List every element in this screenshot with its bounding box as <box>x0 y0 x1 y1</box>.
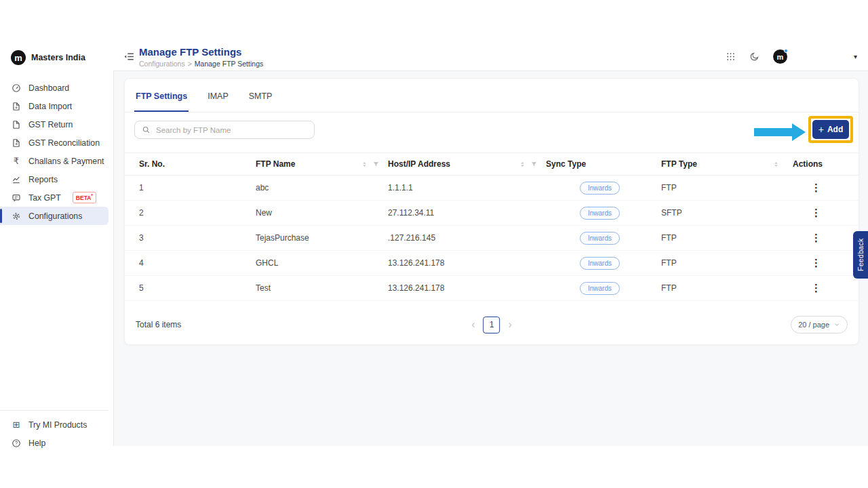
sidebar-item-reports[interactable]: Reports <box>0 170 108 188</box>
sidebar-item-gst-return[interactable]: GST Return <box>0 115 108 134</box>
sidebar-item-help[interactable]: Help <box>0 434 104 452</box>
total-items-text: Total 6 items <box>136 320 181 329</box>
annotation-arrow <box>754 123 806 141</box>
sync-type-badge: Inwards <box>580 282 620 295</box>
page-size-select[interactable]: 20 / page <box>791 316 848 333</box>
sidebar-item-try-mi-products[interactable]: ⊞Try MI Products <box>0 415 104 434</box>
sort-icon[interactable] <box>361 161 368 168</box>
filter-icon[interactable] <box>372 161 380 168</box>
current-page-button[interactable]: 1 <box>484 317 500 333</box>
tab-imap[interactable]: IMAP <box>206 80 230 111</box>
table-body: 1abc1.1.1.1InwardsFTP⋮2New27.112.34.11In… <box>125 176 859 301</box>
dark-mode-moon-icon[interactable] <box>749 52 760 62</box>
table-row: 2New27.112.34.11InwardsSFTP⋮ <box>125 201 859 226</box>
column-label: Actions <box>793 159 823 169</box>
gst-reconciliation-icon <box>11 138 22 148</box>
brand[interactable]: m Masters India <box>0 42 113 79</box>
apps-grid-icon[interactable] <box>726 52 736 62</box>
sidebar-nav: DashboardData ImportGST ReturnGST Reconc… <box>0 79 113 225</box>
tabs-bar: FTP SettingsIMAPSMTP <box>125 79 859 113</box>
row-actions-kebab-icon[interactable]: ⋮ <box>811 282 821 293</box>
main-content: FTP SettingsIMAPSMTP + Add Sr. No.FTP Na… <box>113 71 868 446</box>
row-actions-kebab-icon[interactable]: ⋮ <box>811 207 821 218</box>
column-label: Sync Type <box>546 159 586 169</box>
column-header-sr-no: Sr. No. <box>139 159 256 169</box>
breadcrumb-separator: > <box>188 60 192 68</box>
gear-icon <box>11 211 22 222</box>
sort-icon[interactable] <box>772 161 780 168</box>
sidebar-item-configurations[interactable]: Configurations <box>0 207 108 225</box>
sidebar: m Masters India DashboardData ImportGST … <box>0 42 113 447</box>
tab-smtp[interactable]: SMTP <box>248 80 274 111</box>
cell-actions: ⋮ <box>788 207 859 219</box>
column-header-ftp-name: FTP Name <box>256 159 388 169</box>
sidebar-item-label: Data Import <box>28 102 72 111</box>
sidebar-item-label: Try MI Products <box>28 420 87 430</box>
sidebar-item-dashboard[interactable]: Dashboard <box>0 79 108 97</box>
rupee-icon: ₹ <box>11 156 22 167</box>
sidebar-collapse-icon[interactable] <box>123 51 136 63</box>
grid-plus-icon: ⊞ <box>11 420 22 430</box>
sidebar-item-challans-payment[interactable]: ₹Challans & Payment <box>0 152 108 170</box>
user-avatar[interactable]: m <box>773 49 787 64</box>
user-menu-caret-icon[interactable]: ▾ <box>854 53 857 60</box>
cell-ftp-name: GHCL <box>256 258 388 268</box>
feedback-tab[interactable]: Feedback <box>853 231 868 279</box>
column-header-icons <box>772 161 788 168</box>
sync-type-badge: Inwards <box>580 232 620 245</box>
sidebar-item-label: Configurations <box>28 211 82 221</box>
add-button[interactable]: + Add <box>812 120 849 139</box>
cell-ftp-name: abc <box>256 183 388 192</box>
tab-ftp-settings[interactable]: FTP Settings <box>134 80 189 111</box>
prev-page-button[interactable]: ‹ <box>471 319 475 330</box>
data-import-icon <box>11 101 22 112</box>
gst-return-icon <box>11 119 22 130</box>
column-header-ftp-type: FTP Type <box>661 159 788 169</box>
sidebar-item-data-import[interactable]: Data Import <box>0 97 108 115</box>
brand-name: Masters India <box>31 53 85 62</box>
header-actions: m ▾ <box>726 42 857 71</box>
dashboard-icon <box>11 83 22 94</box>
row-actions-kebab-icon[interactable]: ⋮ <box>811 257 821 268</box>
sidebar-item-label: Tax GPT <box>28 193 61 203</box>
search-input[interactable] <box>156 126 307 134</box>
column-header-icons <box>519 161 546 168</box>
row-actions-kebab-icon[interactable]: ⋮ <box>811 182 821 193</box>
sidebar-item-label: GST Return <box>28 120 73 129</box>
column-header-actions: Actions <box>788 159 859 169</box>
sort-icon[interactable] <box>519 161 526 168</box>
row-actions-kebab-icon[interactable]: ⋮ <box>811 232 821 243</box>
sidebar-item-label: Help <box>28 439 45 448</box>
column-header-sync-type: Sync Type <box>546 159 661 169</box>
cell-ftp-type: FTP <box>661 283 788 293</box>
help-icon <box>11 438 22 449</box>
cell-host-ip: .127.216.145 <box>388 233 546 243</box>
sidebar-item-tax-gpt[interactable]: Tax GPTBETA* <box>0 188 108 207</box>
chevron-down-icon <box>833 321 840 328</box>
table-row: 3TejasPurchase.127.216.145InwardsFTP⋮ <box>125 226 859 251</box>
filter-icon[interactable] <box>530 161 538 168</box>
page-header: Manage FTP Settings Configurations>Manag… <box>113 42 868 71</box>
beta-badge: BETA* <box>73 192 96 203</box>
avatar-status-dot <box>784 49 788 53</box>
sidebar-item-label: Reports <box>28 175 58 184</box>
column-header-icons <box>361 161 388 168</box>
cell-sr-no: 4 <box>139 258 256 268</box>
breadcrumb-parent[interactable]: Configurations <box>139 60 185 68</box>
sidebar-item-label: Challans & Payment <box>28 157 104 166</box>
search-box[interactable] <box>134 121 315 139</box>
reports-icon <box>11 174 22 185</box>
cell-sync-type: Inwards <box>546 257 661 270</box>
cell-sync-type: Inwards <box>546 282 661 295</box>
cell-sr-no: 2 <box>139 208 256 218</box>
cell-sr-no: 5 <box>139 283 256 293</box>
sidebar-item-gst-reconciliation[interactable]: GST Reconciliation <box>0 134 108 152</box>
cell-actions: ⋮ <box>788 282 859 294</box>
search-icon <box>142 125 151 134</box>
table-row: 1abc1.1.1.1InwardsFTP⋮ <box>125 176 859 201</box>
cell-ftp-type: FTP <box>661 233 788 243</box>
cell-host-ip: 1.1.1.1 <box>388 183 546 192</box>
next-page-button[interactable]: › <box>509 319 512 330</box>
annotation-arrow-shaft <box>754 128 792 136</box>
cell-ftp-name: Test <box>256 283 388 293</box>
